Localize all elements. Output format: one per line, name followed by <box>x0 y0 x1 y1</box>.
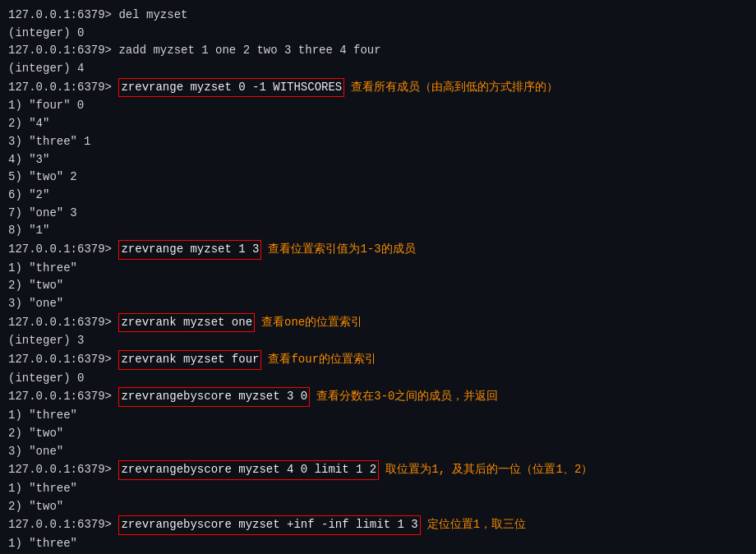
command-box: zrevrangebyscore myzset 4 0 limit 1 2 <box>118 460 379 480</box>
terminal-line: 127.0.0.1:6379> zrevrangebyscore myzset … <box>8 460 748 480</box>
prompt: 127.0.0.1:6379> <box>8 314 118 332</box>
command-box: zrevrank myzset one <box>118 313 255 333</box>
terminal-line: 127.0.0.1:6379> zrevrange myzset 1 3查看位置… <box>8 240 748 260</box>
comment: 查看分数在3-0之间的成员，并返回 <box>316 388 498 406</box>
terminal-line: 1) "three" <box>8 480 748 498</box>
command-box: zrevrange myzset 0 -1 WITHSCORES <box>118 78 344 98</box>
result-text: 2) "4" <box>8 115 49 133</box>
terminal-line: 127.0.0.1:6379> zadd myzset 1 one 2 two … <box>8 42 748 60</box>
terminal-line: 8) "1" <box>8 222 748 240</box>
terminal-line: 1) "three" <box>8 260 748 278</box>
terminal-line: 3) "one" <box>8 295 748 313</box>
result-text: (integer) 0 <box>8 370 84 388</box>
comment: 取位置为1, 及其后的一位（位置1、2） <box>385 461 592 479</box>
result-text: (integer) 3 <box>8 332 84 350</box>
result-text: (integer) 4 <box>8 60 84 78</box>
terminal-line: (integer) 0 <box>8 370 748 388</box>
result-text: (integer) 0 <box>8 25 84 43</box>
result-text: 1) "three" <box>8 260 77 278</box>
terminal-line: 1) "three" <box>8 535 748 553</box>
result-text: 2) "two" <box>8 425 63 443</box>
command-text: del myzset <box>118 7 187 25</box>
terminal-line: 127.0.0.1:6379> zrevrank myzset four查看fo… <box>8 350 748 370</box>
terminal-line: 2) "two" <box>8 498 748 516</box>
terminal-line: 1) "three" <box>8 407 748 425</box>
command-box: zrevrank myzset four <box>118 350 261 370</box>
terminal-line: 127.0.0.1:6379> zrevrangebyscore myzset … <box>8 515 748 535</box>
terminal-line: 3) "one" <box>8 443 748 461</box>
prompt: 127.0.0.1:6379> <box>8 461 118 479</box>
result-text: 3) "three" <box>8 133 77 151</box>
result-text: 7) "one" <box>8 205 63 223</box>
terminal-line: (integer) 0 <box>8 25 748 43</box>
annotation: 3 <box>70 205 76 223</box>
comment: 查看four的位置索引 <box>268 351 376 369</box>
result-text: 3) "one" <box>8 443 63 461</box>
annotation: 0 <box>77 97 84 115</box>
result-text: 2) "two" <box>8 498 63 516</box>
terminal-line: 127.0.0.1:6379> zrevrangebyscore myzset … <box>8 387 748 407</box>
annotation: 1 <box>84 133 90 151</box>
result-text: 6) "2" <box>8 187 49 205</box>
result-text: 4) "3" <box>8 151 49 169</box>
command-box: zrevrangebyscore myzset +inf -inf limit … <box>118 515 420 535</box>
result-text: 3) "one" <box>8 295 63 313</box>
terminal: 127.0.0.1:6379> del myzset(integer) 0127… <box>0 0 756 554</box>
terminal-line: 127.0.0.1:6379> zrevrange myzset 0 -1 WI… <box>8 78 748 98</box>
terminal-line: 2) "two" <box>8 277 748 295</box>
terminal-line: 127.0.0.1:6379> zrevrank myzset one查看one… <box>8 313 748 333</box>
prompt: 127.0.0.1:6379> <box>8 7 118 25</box>
comment: 定位位置1，取三位 <box>427 516 526 534</box>
command-box: zrevrangebyscore myzset 3 0 <box>118 387 310 407</box>
terminal-line: 3) "three"1 <box>8 133 748 151</box>
terminal-line: (integer) 4 <box>8 60 748 78</box>
result-text: 1) "three" <box>8 480 77 498</box>
command-text: zadd myzset 1 one 2 two 3 three 4 four <box>118 42 380 60</box>
terminal-line: 7) "one"3 <box>8 205 748 223</box>
annotation: 2 <box>70 169 76 187</box>
terminal-line: 2) "two" <box>8 425 748 443</box>
terminal-line: 1) "four"0 <box>8 97 748 115</box>
comment: 查看所有成员（由高到低的方式排序的） <box>351 79 558 97</box>
prompt: 127.0.0.1:6379> <box>8 516 118 534</box>
terminal-line: 2) "4" <box>8 115 748 133</box>
terminal-line: 5) "two"2 <box>8 169 748 187</box>
terminal-line: (integer) 3 <box>8 332 748 350</box>
result-text: 1) "three" <box>8 407 77 425</box>
terminal-line: 4) "3" <box>8 151 748 169</box>
comment: 查看位置索引值为1-3的成员 <box>268 241 415 259</box>
result-text: 1) "four" <box>8 97 71 115</box>
comment: 查看one的位置索引 <box>261 314 362 332</box>
result-text: 2) "two" <box>8 277 63 295</box>
terminal-line: 127.0.0.1:6379> del myzset <box>8 7 748 25</box>
result-text: 5) "two" <box>8 169 63 187</box>
prompt: 127.0.0.1:6379> <box>8 42 118 60</box>
result-text: 1) "three" <box>8 535 77 553</box>
prompt: 127.0.0.1:6379> <box>8 79 118 97</box>
terminal-line: 6) "2" <box>8 187 748 205</box>
prompt: 127.0.0.1:6379> <box>8 388 118 406</box>
result-text: 8) "1" <box>8 222 49 240</box>
prompt: 127.0.0.1:6379> <box>8 351 118 369</box>
command-box: zrevrange myzset 1 3 <box>118 240 261 260</box>
prompt: 127.0.0.1:6379> <box>8 241 118 259</box>
